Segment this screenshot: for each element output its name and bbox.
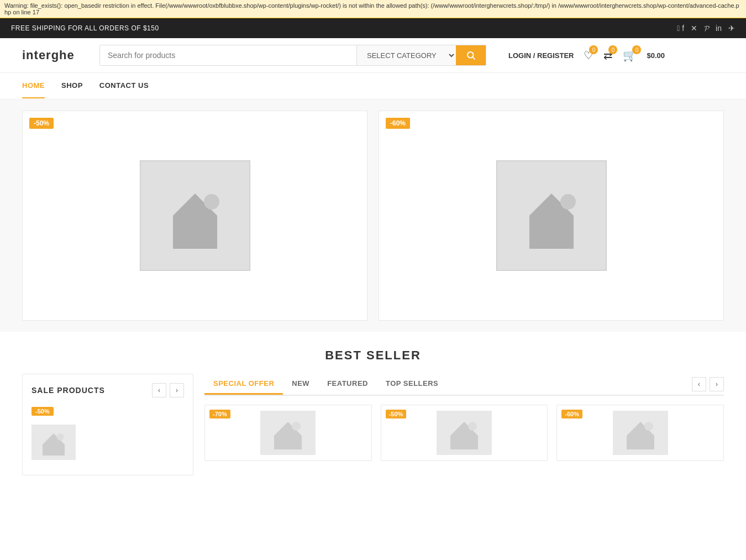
svg-point-15 xyxy=(57,433,64,441)
compare-badge: 0 xyxy=(608,45,617,54)
warning-text: Warning: file_exists(): open_basedir res… xyxy=(4,2,739,15)
svg-point-23 xyxy=(468,422,477,431)
tab-top-sellers[interactable]: TOP SELLERS xyxy=(377,374,447,395)
hero-product-2-image xyxy=(496,160,607,271)
hero-product-1: -50% xyxy=(22,111,367,321)
tab-special-offer[interactable]: SPECIAL OFFER xyxy=(204,374,283,395)
tab-new[interactable]: NEW xyxy=(283,374,318,395)
pinterest-icon[interactable]: 𝓟 xyxy=(704,24,709,33)
tabs-nav-btns: ‹ › xyxy=(692,377,724,391)
warning-bar: Warning: file_exists(): open_basedir res… xyxy=(0,0,746,18)
twitter-x-icon[interactable]: ✕ xyxy=(691,24,697,33)
product-card-1: -70% xyxy=(204,405,372,461)
tab-featured[interactable]: FEATURED xyxy=(318,374,377,395)
cart-badge: 0 xyxy=(632,45,641,54)
header: interghe SELECT CATEGORY LOGIN / REGISTE… xyxy=(0,38,746,73)
svg-rect-25 xyxy=(627,436,654,449)
sale-products-header: SALE PRODUCTS ‹ › xyxy=(31,383,184,397)
best-seller-section: BEST SELLER xyxy=(0,332,746,368)
svg-rect-17 xyxy=(274,436,302,449)
social-icons:  f ✕ 𝓟 in ✈ xyxy=(677,24,735,33)
svg-rect-3 xyxy=(173,216,217,249)
lower-panels: SALE PRODUCTS ‹ › -50% SPECIAL OFFER NEW… xyxy=(0,368,746,486)
login-register-link[interactable]: LOGIN / REGISTER xyxy=(508,51,574,60)
search-button[interactable] xyxy=(456,45,486,65)
best-seller-title: BEST SELLER xyxy=(22,348,724,363)
hero-product-2-discount: -60% xyxy=(386,118,410,129)
cart-total: $0.00 xyxy=(647,51,665,60)
hero-product-1-discount: -50% xyxy=(29,118,54,129)
product-1-badge: -70% xyxy=(209,410,230,418)
hero-section: -50% -60% xyxy=(0,100,746,332)
svg-point-27 xyxy=(644,422,653,431)
telegram-icon[interactable]: ✈ xyxy=(728,24,735,33)
header-actions: LOGIN / REGISTER ♡ 0 ⇄ 0 🛒 0 $0.00 xyxy=(508,49,665,62)
sale-products-prev[interactable]: ‹ xyxy=(152,383,166,397)
hero-product-1-image xyxy=(140,160,250,271)
hero-product-2: -60% xyxy=(379,111,724,321)
product-grid: -70% -50% -60% xyxy=(204,405,724,461)
wishlist-badge: 0 xyxy=(589,45,598,54)
category-select[interactable]: SELECT CATEGORY xyxy=(356,45,456,65)
top-bar: FREE SHIPPING FOR ALL ORDERS OF $150  f… xyxy=(0,18,746,38)
shipping-text: FREE SHIPPING FOR ALL ORDERS OF $150 xyxy=(11,24,159,32)
tabs-prev-btn[interactable]: ‹ xyxy=(692,377,706,391)
sale-products-title: SALE PRODUCTS xyxy=(31,386,105,395)
facebook-icon[interactable]:  f xyxy=(677,24,684,33)
search-input[interactable] xyxy=(100,45,356,65)
search-bar: SELECT CATEGORY xyxy=(99,45,486,66)
main-nav: HOME SHOP CONTACT US xyxy=(0,73,746,100)
compare-button[interactable]: ⇄ 0 xyxy=(603,49,613,62)
svg-point-5 xyxy=(204,194,219,210)
svg-rect-8 xyxy=(529,216,574,249)
tabs-header: SPECIAL OFFER NEW FEATURED TOP SELLERS ‹… xyxy=(204,374,724,396)
product-card-2: -50% xyxy=(381,405,548,461)
svg-point-19 xyxy=(292,422,301,431)
site-logo[interactable]: interghe xyxy=(22,48,88,62)
product-3-badge: -60% xyxy=(561,410,582,418)
special-offer-panel: SPECIAL OFFER NEW FEATURED TOP SELLERS ‹… xyxy=(204,374,724,475)
cart-button[interactable]: 🛒 0 xyxy=(623,49,637,62)
product-card-3: -60% xyxy=(556,405,724,461)
sale-products-next[interactable]: › xyxy=(170,383,184,397)
tabs-next-btn[interactable]: › xyxy=(710,377,724,391)
svg-rect-13 xyxy=(43,444,65,456)
sale-item-badge: -50% xyxy=(31,407,54,416)
sale-products-nav: ‹ › xyxy=(152,383,184,397)
sale-products-panel: SALE PRODUCTS ‹ › -50% xyxy=(22,374,193,475)
tabs-list: SPECIAL OFFER NEW FEATURED TOP SELLERS xyxy=(204,374,447,395)
svg-line-1 xyxy=(472,57,475,59)
svg-point-0 xyxy=(467,52,474,58)
linkedin-icon[interactable]: in xyxy=(716,24,722,33)
svg-point-10 xyxy=(560,194,576,210)
sale-product-image xyxy=(31,420,184,466)
svg-rect-21 xyxy=(450,436,478,449)
product-2-badge: -50% xyxy=(386,410,407,418)
wishlist-button[interactable]: ♡ 0 xyxy=(584,49,593,62)
nav-item-shop[interactable]: SHOP xyxy=(61,74,83,98)
nav-item-contact[interactable]: CONTACT US xyxy=(99,74,149,98)
nav-item-home[interactable]: HOME xyxy=(22,74,45,98)
